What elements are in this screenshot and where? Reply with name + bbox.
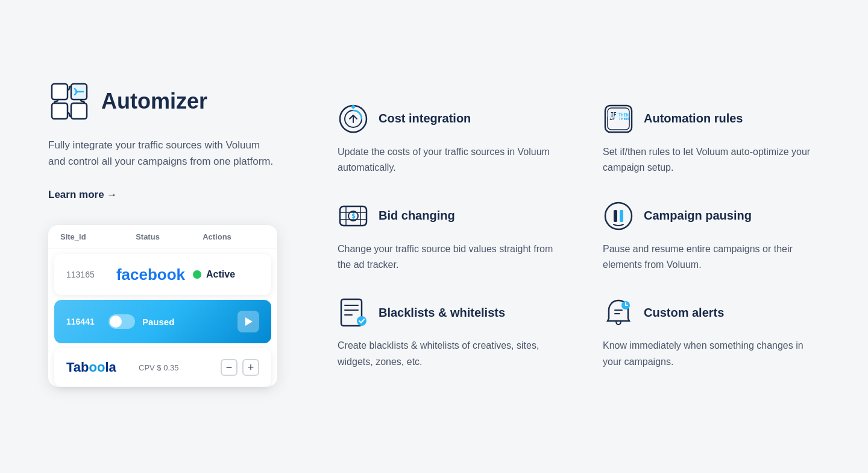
- taboola-brand-logo: Taboola: [66, 360, 139, 375]
- col-status-header: Status: [108, 232, 187, 241]
- feature-bid-changing-header: $ Bid changing: [338, 200, 555, 232]
- custom-alerts-desc: Know immediately when something changes …: [603, 338, 820, 370]
- feature-blacklists-header: Blacklists & whitelists: [338, 297, 555, 328]
- taboola-row: Taboola CPV $ 0.35 − +: [54, 348, 271, 387]
- paused-label: Paused: [142, 317, 237, 327]
- left-panel: Automizer Fully integrate your traffic s…: [48, 80, 301, 393]
- active-dot: [193, 270, 201, 279]
- features-grid: Cost integration Update the costs of you…: [301, 103, 820, 370]
- feature-campaign-pausing-header: Campaign pausing: [603, 200, 820, 232]
- facebook-row: 113165 facebook Active: [54, 254, 271, 295]
- page-container: Automizer Fully integrate your traffic s…: [0, 0, 868, 473]
- cost-integration-desc: Update the costs of your traffic sources…: [338, 144, 555, 176]
- paused-site-id: 116441: [66, 317, 108, 326]
- blacklists-desc: Create blacklists & whitelists of creati…: [338, 338, 555, 370]
- cpv-value: CPV $ 0.35: [139, 363, 221, 372]
- svg-rect-3: [71, 103, 87, 119]
- feature-automation-rules-header: IF THEN IF THEN Automation rules: [603, 103, 820, 135]
- feature-custom-alerts-header: Custom alerts: [603, 297, 820, 328]
- feature-custom-alerts: Custom alerts Know immediately when some…: [603, 297, 820, 370]
- custom-alerts-icon: [603, 297, 634, 328]
- paused-row: 116441 Paused: [54, 300, 271, 343]
- app-description: Fully integrate your traffic sources wit…: [48, 137, 277, 170]
- custom-alerts-title: Custom alerts: [644, 306, 724, 320]
- logo-area: Automizer: [48, 80, 277, 122]
- toggle-switch[interactable]: [108, 314, 135, 329]
- col-actions-header: Actions: [187, 232, 247, 241]
- active-label: Active: [206, 269, 235, 280]
- svg-rect-21: [620, 210, 623, 222]
- facebook-status: Active: [193, 269, 235, 280]
- feature-campaign-pausing: Campaign pausing Pause and resume entire…: [603, 200, 820, 273]
- learn-more-link[interactable]: Learn more →: [48, 189, 117, 201]
- feature-cost-integration: Cost integration Update the costs of you…: [338, 103, 555, 176]
- plus-button[interactable]: +: [242, 359, 259, 376]
- campaign-pausing-title: Campaign pausing: [644, 209, 752, 223]
- cost-integration-icon: [338, 103, 369, 135]
- minus-button[interactable]: −: [221, 359, 237, 376]
- automation-rules-title: Automation rules: [644, 112, 743, 125]
- facebook-brand-logo: facebook: [108, 265, 193, 284]
- col-site-header: Site_id: [60, 232, 108, 241]
- feature-automation-rules: IF THEN IF THEN Automation rules Set if/…: [603, 103, 820, 176]
- campaign-pausing-desc: Pause and resume entire campaigns or the…: [603, 241, 820, 273]
- automation-rules-icon: IF THEN IF THEN: [603, 103, 634, 135]
- cost-integration-title: Cost integration: [379, 112, 471, 125]
- table-header: Site_id Status Actions: [48, 225, 277, 249]
- facebook-site-id: 113165: [66, 270, 108, 279]
- svg-text:IF: IF: [611, 112, 617, 118]
- feature-bid-changing: $ Bid changing Change your traffic sourc…: [338, 200, 555, 273]
- play-icon: [245, 317, 253, 326]
- toggle-knob: [110, 316, 122, 328]
- svg-point-26: [357, 316, 366, 326]
- campaign-pausing-icon: [603, 200, 634, 232]
- svg-rect-2: [52, 103, 68, 119]
- feature-cost-integration-header: Cost integration: [338, 103, 555, 135]
- automizer-logo-icon: [48, 80, 90, 122]
- svg-rect-20: [614, 210, 617, 222]
- play-button[interactable]: [237, 311, 259, 332]
- bid-changing-icon: $: [338, 200, 369, 232]
- svg-point-8: [351, 105, 355, 109]
- blacklists-title: Blacklists & whitelists: [379, 306, 505, 320]
- automation-rules-desc: Set if/then rules to let Voluum auto-opt…: [603, 144, 820, 176]
- svg-text:THEN: THEN: [618, 113, 629, 118]
- bid-changing-desc: Change your traffic source bid values st…: [338, 241, 555, 273]
- blacklists-icon: [338, 297, 369, 328]
- mockup-card: Site_id Status Actions 113165 facebook A…: [48, 225, 277, 387]
- svg-text:$: $: [351, 212, 356, 220]
- svg-rect-0: [52, 84, 68, 100]
- bid-changing-title: Bid changing: [379, 209, 455, 223]
- app-title: Automizer: [101, 89, 207, 114]
- feature-blacklists-whitelists: Blacklists & whitelists Create blacklist…: [338, 297, 555, 370]
